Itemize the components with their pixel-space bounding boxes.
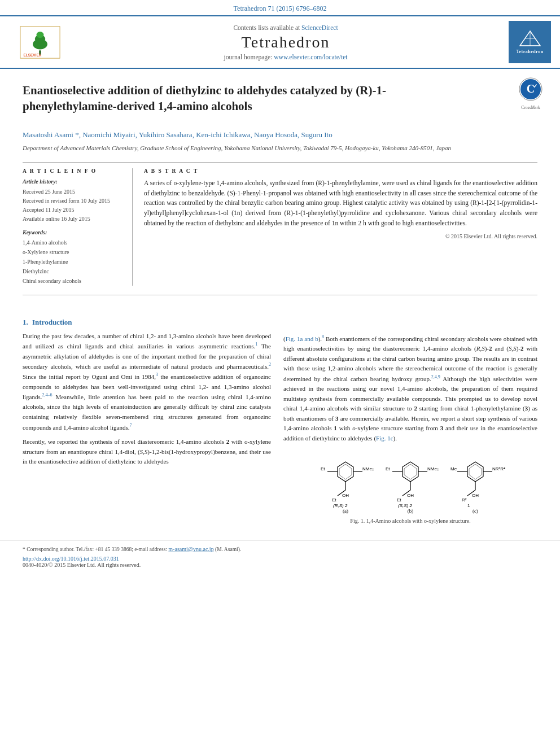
footer-footnote: * Corresponding author. Tel./fax: +81 45… bbox=[23, 545, 537, 553]
keyword-4: Diethylzinc bbox=[23, 267, 124, 276]
svg-marker-26 bbox=[403, 462, 418, 482]
svg-text:NMe₂: NMe₂ bbox=[362, 466, 374, 471]
revised-date: Received in revised form 10 July 2015 bbox=[23, 196, 124, 206]
svg-text:Et: Et bbox=[321, 466, 325, 471]
journal-header: ELSEVIER Contents lists available at Sci… bbox=[0, 15, 560, 69]
svg-text:NMe₂: NMe₂ bbox=[427, 466, 439, 471]
available-date: Available online 16 July 2015 bbox=[23, 215, 124, 224]
article-info-col: A R T I C L E I N F O Article history: R… bbox=[23, 168, 133, 286]
structure-c: Me NR³R⁴ OH R² 1 (c) bbox=[446, 452, 505, 514]
structure-c-svg: Me NR³R⁴ OH R² 1 bbox=[446, 452, 505, 508]
main-col-left: 1. Introduction During the past few deca… bbox=[23, 310, 271, 525]
footer-issn: 0040-4020/© 2015 Elsevier Ltd. All right… bbox=[23, 562, 537, 568]
svg-text:(R,S) 2: (R,S) 2 bbox=[333, 503, 348, 508]
article-info-heading: A R T I C L E I N F O bbox=[23, 168, 124, 174]
keyword-1: 1,4-Amino alcohols bbox=[23, 238, 124, 247]
journal-title: Tetrahedron bbox=[71, 33, 500, 51]
structure-a-svg: Et NMe₂ OH Et (R,S) 2 bbox=[316, 452, 375, 508]
abstract-text: A series of o-xylylene-type 1,4-amino al… bbox=[144, 178, 537, 229]
accepted-date: Accepted 11 July 2015 bbox=[23, 206, 124, 215]
structure-b-svg: Et NMe₂ OH Et (S,S) 2 bbox=[381, 452, 440, 508]
page: Tetrahedron 71 (2015) 6796–6802 ELS bbox=[0, 0, 560, 747]
sciencedirect-prefix: Contents lists available at bbox=[233, 24, 300, 31]
svg-text:OH: OH bbox=[472, 493, 479, 498]
structure-b-label: (b) bbox=[408, 508, 414, 514]
copyright-line: © 2015 Elsevier Ltd. All rights reserved… bbox=[144, 233, 537, 239]
crossmark-label: CrossMark bbox=[518, 105, 543, 110]
keyword-2: o-Xylylene structure bbox=[23, 247, 124, 257]
divider-2 bbox=[23, 295, 537, 295]
figure-1-area: Et NMe₂ OH Et (R,S) 2 bbox=[283, 452, 537, 525]
right-paragraph-1: (Fig. 1a and b).8 Both enantiomers of th… bbox=[283, 334, 537, 444]
svg-text:OH: OH bbox=[342, 493, 349, 498]
doi-link[interactable]: http://dx.doi.org/10.1016/j.tet.2015.07.… bbox=[23, 556, 119, 562]
article-body: Enantioselective addition of diethylzinc… bbox=[0, 69, 560, 310]
svg-text:1: 1 bbox=[467, 503, 470, 508]
keyword-3: 1-Phenylethylamine bbox=[23, 257, 124, 267]
structure-b: Et NMe₂ OH Et (S,S) 2 (b) bbox=[381, 452, 440, 514]
article-footer: * Corresponding author. Tel./fax: +81 45… bbox=[0, 540, 560, 573]
structure-c-label: (c) bbox=[473, 508, 478, 514]
main-col-right: (Fig. 1a and b).8 Both enantiomers of th… bbox=[283, 310, 537, 525]
journal-center: Contents lists available at ScienceDirec… bbox=[71, 24, 500, 60]
main-two-col: 1. Introduction During the past few deca… bbox=[23, 310, 537, 525]
svg-text:Et: Et bbox=[332, 497, 336, 503]
intro-number: 1. bbox=[23, 318, 28, 326]
article-main: 1. Introduction During the past few deca… bbox=[0, 310, 560, 534]
crossmark-area: C ✓ CrossMark bbox=[518, 77, 543, 110]
svg-marker-37 bbox=[467, 462, 483, 482]
svg-text:Et: Et bbox=[386, 466, 390, 471]
sciencedirect-line: Contents lists available at ScienceDirec… bbox=[71, 24, 500, 31]
structure-a: Et NMe₂ OH Et (R,S) 2 bbox=[316, 452, 375, 514]
top-citation-bar: Tetrahedron 71 (2015) 6796–6802 bbox=[0, 0, 560, 15]
abstract-heading: A B S T R A C T bbox=[144, 168, 537, 174]
svg-text:OH: OH bbox=[407, 493, 414, 498]
structure-a-label: (a) bbox=[343, 508, 348, 514]
affiliation: Department of Advanced Materials Chemist… bbox=[23, 143, 537, 153]
homepage-link[interactable]: www.elsevier.com/locate/tet bbox=[274, 54, 347, 60]
intro-heading: 1. Introduction bbox=[23, 318, 271, 327]
divider-1 bbox=[23, 162, 537, 163]
citation-text: Tetrahedron 71 (2015) 6796–6802 bbox=[234, 5, 327, 12]
svg-marker-16 bbox=[339, 464, 352, 479]
elsevier-tree-icon: ELSEVIER bbox=[18, 25, 63, 59]
chemical-structures: Et NMe₂ OH Et (R,S) 2 bbox=[283, 452, 537, 514]
keyword-5: Chiral secondary alcohols bbox=[23, 276, 124, 286]
figure-caption: Fig. 1. 1,4-Amino alcohols with o-xylyle… bbox=[283, 517, 537, 525]
homepage-prefix: journal homepage: bbox=[224, 54, 273, 60]
received-date: Received 25 June 2015 bbox=[23, 187, 124, 196]
intro-paragraph-2: Recently, we reported the synthesis of n… bbox=[23, 437, 271, 467]
svg-text:R²: R² bbox=[462, 497, 467, 503]
elsevier-logo-area: ELSEVIER bbox=[9, 25, 71, 59]
crossmark-icon: C ✓ bbox=[518, 77, 543, 102]
article-info-abstract: A R T I C L E I N F O Article history: R… bbox=[23, 168, 537, 286]
svg-text:(S,S) 2: (S,S) 2 bbox=[398, 503, 412, 508]
article-title: Enantioselective addition of diethylzinc… bbox=[23, 82, 429, 115]
svg-text:NR³R⁴: NR³R⁴ bbox=[492, 466, 505, 471]
sciencedirect-link[interactable]: ScienceDirect bbox=[301, 24, 338, 31]
svg-marker-15 bbox=[338, 462, 353, 482]
svg-text:ELSEVIER: ELSEVIER bbox=[23, 53, 41, 57]
svg-text:Et: Et bbox=[397, 497, 401, 503]
svg-point-5 bbox=[37, 32, 44, 38]
svg-marker-38 bbox=[469, 464, 482, 479]
elsevier-logo: ELSEVIER bbox=[9, 25, 71, 59]
abstract-col: A B S T R A C T A series of o-xylylene-t… bbox=[144, 168, 537, 286]
tetrahedron-logo-box: Tetrahedron bbox=[509, 21, 551, 63]
svg-marker-27 bbox=[404, 464, 417, 479]
authors: Masatoshi Asami *, Naomichi Miyairi, Yuk… bbox=[23, 129, 537, 141]
keywords-label: Keywords: bbox=[23, 229, 124, 235]
tetrahedron-logo-area: Tetrahedron bbox=[500, 21, 551, 63]
footer-doi[interactable]: http://dx.doi.org/10.1016/j.tet.2015.07.… bbox=[23, 556, 537, 562]
intro-paragraph-1: During the past few decades, a number of… bbox=[23, 331, 271, 433]
svg-text:Me: Me bbox=[450, 466, 457, 471]
svg-text:✓: ✓ bbox=[533, 83, 537, 89]
journal-homepage: journal homepage: www.elsevier.com/locat… bbox=[71, 54, 500, 60]
tetrahedron-logo-text: Tetrahedron bbox=[516, 49, 543, 54]
intro-title: Introduction bbox=[32, 318, 72, 326]
email-link[interactable]: m-asami@ynu.ac.jp bbox=[168, 546, 213, 552]
history-label: Article history: bbox=[23, 178, 124, 185]
tetrahedron-shape-icon bbox=[519, 30, 541, 47]
